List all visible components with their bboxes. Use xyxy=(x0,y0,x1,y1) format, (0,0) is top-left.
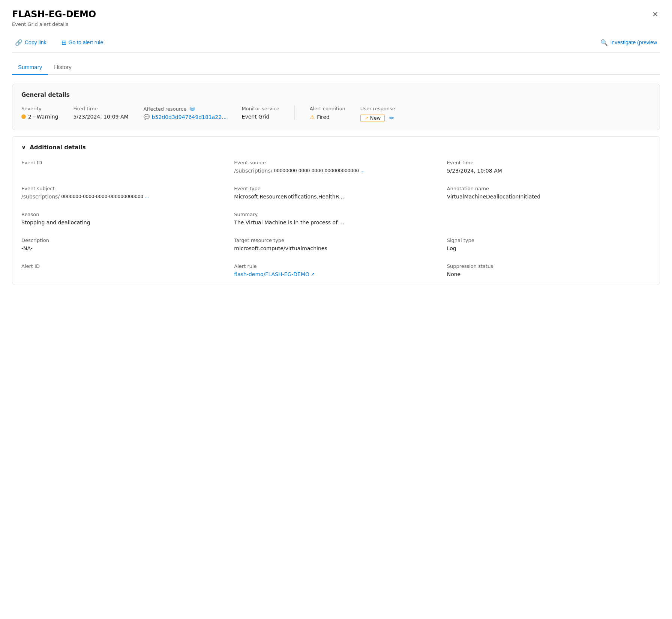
network-icon: ⛁ xyxy=(190,106,195,112)
event-id-item: Event ID xyxy=(21,160,225,174)
signal-type-item: Signal type Log xyxy=(447,237,651,251)
annotation-name-label: Annotation name xyxy=(447,186,651,191)
reason-item: Reason Stopping and deallocating xyxy=(21,212,225,225)
event-source-item: Event source /subscriptions/ 00000000-00… xyxy=(234,160,438,174)
severity-label: Severity xyxy=(21,106,58,111)
investigate-label: Investigate (preview xyxy=(610,39,657,45)
empty-col-3 xyxy=(447,212,651,225)
alert-id-item: Alert ID xyxy=(21,263,225,277)
severity-value: 2 - Warning xyxy=(21,114,58,120)
affected-resource-link[interactable]: b52d0d3d947649d181a22... xyxy=(152,114,227,120)
reason-value: Stopping and deallocating xyxy=(21,219,225,225)
additional-details-section: ∨ Additional details Event ID Event sour… xyxy=(12,136,660,285)
severity-dot-icon xyxy=(21,114,26,119)
alert-detail-panel: FLASH-EG-DEMO Event Grid alert details ✕… xyxy=(0,0,672,297)
alert-condition-col: Alert condition ⚠ Fired xyxy=(310,106,360,120)
fired-time-value: 5/23/2024, 10:09 AM xyxy=(73,114,128,120)
event-subject-item: Event subject /subscriptions/ 0000000-00… xyxy=(21,186,225,200)
event-subject-ellipsis-button[interactable]: ... xyxy=(145,194,149,199)
new-badge-icon: ↗ xyxy=(364,115,369,121)
alert-rule-value: flash-demo/FLASH-EG-DEMO ↗ xyxy=(234,271,438,277)
target-resource-type-value: microsoft.compute/virtualmachines xyxy=(234,245,438,251)
target-resource-type-label: Target resource type xyxy=(234,237,438,243)
target-resource-type-item: Target resource type microsoft.compute/v… xyxy=(234,237,438,251)
monitor-service-label: Monitor service xyxy=(242,106,279,111)
event-type-label: Event type xyxy=(234,186,438,191)
signal-type-label: Signal type xyxy=(447,237,651,243)
copy-link-button[interactable]: 🔗 Copy link xyxy=(12,38,50,48)
suppression-status-item: Suppression status None xyxy=(447,263,651,277)
general-details-title: General details xyxy=(21,92,651,98)
alert-id-label: Alert ID xyxy=(21,263,225,269)
tabs: Summary History xyxy=(12,60,660,75)
copy-link-icon: 🔗 xyxy=(15,39,22,46)
signal-type-value: Log xyxy=(447,245,651,251)
event-subject-label: Event subject xyxy=(21,186,225,191)
event-id-label: Event ID xyxy=(21,160,225,165)
suppression-status-label: Suppression status xyxy=(447,263,651,269)
general-details-grid: Severity 2 - Warning Fired time 5/23/202… xyxy=(21,106,651,122)
description-item: Description -NA- xyxy=(21,237,225,251)
description-label: Description xyxy=(21,237,225,243)
user-response-edit-button[interactable]: ✏ xyxy=(387,114,396,122)
fired-warning-icon: ⚠ xyxy=(310,114,315,120)
fired-time-col: Fired time 5/23/2024, 10:09 AM xyxy=(73,106,143,120)
reason-label: Reason xyxy=(21,212,225,217)
event-time-item: Event time 5/23/2024, 10:08 AM xyxy=(447,160,651,174)
summary-label: Summary xyxy=(234,212,438,217)
alert-rule-link[interactable]: flash-demo/FLASH-EG-DEMO ↗ xyxy=(234,271,438,277)
new-badge: ↗ New xyxy=(360,114,385,122)
affected-resource-label: Affected resource ⛁ xyxy=(144,106,227,112)
event-time-label: Event time xyxy=(447,160,651,165)
summary-value: The Virtual Machine is in the process of… xyxy=(234,219,438,225)
toolbar: 🔗 Copy link ⊞ Go to alert rule 🔍 Investi… xyxy=(12,33,660,53)
alert-rule-label: Alert rule xyxy=(234,263,438,269)
go-to-alert-rule-button[interactable]: ⊞ Go to alert rule xyxy=(58,38,106,48)
additional-details-grid: Event ID Event source /subscriptions/ 00… xyxy=(21,160,651,277)
event-source-value: /subscriptions/ 00000000-0000-0000-00000… xyxy=(234,168,438,174)
alert-condition-label: Alert condition xyxy=(310,106,345,111)
edit-icon: ✏ xyxy=(389,115,394,121)
additional-details-title: Additional details xyxy=(30,144,86,151)
alert-rule-item: Alert rule flash-demo/FLASH-EG-DEMO ↗ xyxy=(234,263,438,277)
summary-item: Summary The Virtual Machine is in the pr… xyxy=(234,212,438,225)
user-response-label: User response xyxy=(360,106,396,111)
additional-details-header[interactable]: ∨ Additional details xyxy=(21,144,651,151)
event-subject-value: /subscriptions/ 0000000-0000-0000-000000… xyxy=(21,194,225,200)
event-time-value: 5/23/2024, 10:08 AM xyxy=(447,168,651,174)
fired-time-label: Fired time xyxy=(73,106,128,111)
severity-col: Severity 2 - Warning xyxy=(21,106,73,120)
panel-subtitle: Event Grid alert details xyxy=(12,21,96,27)
user-response-value: ↗ New ✏ xyxy=(360,114,396,122)
affected-resource-col: Affected resource ⛁ 💬 b52d0d3d947649d181… xyxy=(144,106,242,120)
event-type-value: Microsoft.ResourceNotifications.HealthR.… xyxy=(234,194,438,200)
event-source-ellipsis-button[interactable]: ... xyxy=(360,168,364,173)
panel-header: FLASH-EG-DEMO Event Grid alert details ✕ xyxy=(12,9,660,27)
go-to-alert-rule-label: Go to alert rule xyxy=(69,39,104,45)
panel-title: FLASH-EG-DEMO xyxy=(12,9,96,20)
search-icon: 🔍 xyxy=(600,39,608,46)
close-icon: ✕ xyxy=(652,10,658,18)
general-details-section: General details Severity 2 - Warning Fir… xyxy=(12,84,660,130)
description-value: -NA- xyxy=(21,245,225,251)
header-text: FLASH-EG-DEMO Event Grid alert details xyxy=(12,9,96,27)
copy-link-label: Copy link xyxy=(25,39,46,45)
tab-summary[interactable]: Summary xyxy=(12,60,48,75)
event-source-label: Event source xyxy=(234,160,438,165)
monitor-service-col: Monitor service Event Grid xyxy=(242,106,295,120)
chevron-down-icon: ∨ xyxy=(21,144,26,151)
event-type-item: Event type Microsoft.ResourceNotificatio… xyxy=(234,186,438,200)
alert-rule-icon: ⊞ xyxy=(62,39,66,46)
alert-condition-value: ⚠ Fired xyxy=(310,114,345,120)
resource-icon: 💬 xyxy=(144,114,150,120)
annotation-name-item: Annotation name VirtualMachineDeallocati… xyxy=(447,186,651,200)
investigate-button[interactable]: 🔍 Investigate (preview xyxy=(597,38,660,48)
annotation-name-value: VirtualMachineDeallocationInitiated xyxy=(447,194,651,200)
affected-resource-value: 💬 b52d0d3d947649d181a22... xyxy=(144,114,227,120)
suppression-status-value: None xyxy=(447,271,651,277)
external-link-icon: ↗ xyxy=(311,272,315,277)
monitor-service-value: Event Grid xyxy=(242,114,279,120)
tab-history[interactable]: History xyxy=(48,60,78,75)
user-response-col: User response ↗ New ✏ xyxy=(360,106,411,122)
close-button[interactable]: ✕ xyxy=(651,9,660,20)
